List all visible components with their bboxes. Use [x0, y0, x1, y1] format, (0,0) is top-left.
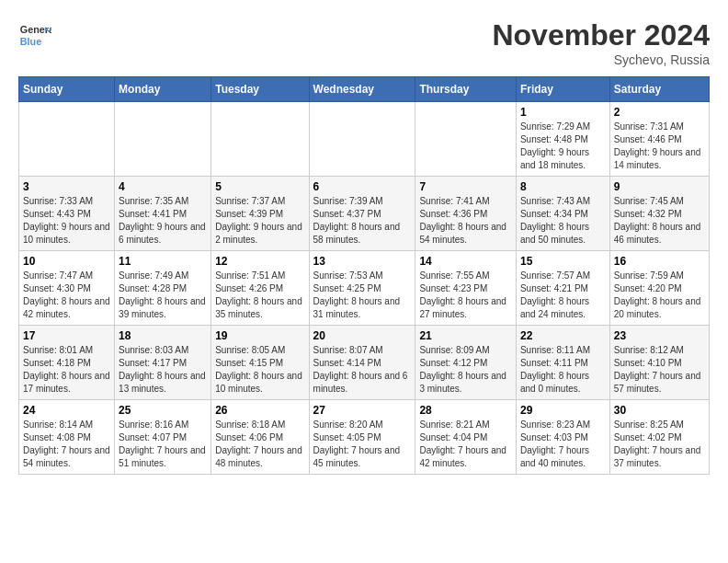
day-info: Sunrise: 7:41 AM Sunset: 4:36 PM Dayligh… [419, 195, 512, 247]
weekday-header-tuesday: Tuesday [211, 77, 309, 102]
day-number: 6 [313, 180, 412, 193]
day-info: Sunrise: 8:23 AM Sunset: 4:03 PM Dayligh… [520, 419, 606, 470]
calendar-cell: 1Sunrise: 7:29 AM Sunset: 4:48 PM Daylig… [516, 102, 609, 177]
logo: General Blue [18, 18, 51, 52]
day-info: Sunrise: 7:33 AM Sunset: 4:43 PM Dayligh… [23, 195, 110, 247]
day-info: Sunrise: 8:07 AM Sunset: 4:14 PM Dayligh… [313, 344, 412, 396]
day-number: 4 [119, 180, 207, 193]
day-number: 15 [520, 255, 606, 268]
day-number: 26 [215, 404, 304, 417]
calendar-cell: 13Sunrise: 7:53 AM Sunset: 4:25 PM Dayli… [309, 251, 415, 326]
week-row-2: 3Sunrise: 7:33 AM Sunset: 4:43 PM Daylig… [19, 177, 710, 251]
day-number: 5 [215, 180, 304, 193]
week-row-3: 10Sunrise: 7:47 AM Sunset: 4:30 PM Dayli… [19, 251, 710, 326]
calendar-body: 1Sunrise: 7:29 AM Sunset: 4:48 PM Daylig… [19, 102, 710, 475]
day-number: 9 [614, 180, 705, 193]
calendar-cell: 5Sunrise: 7:37 AM Sunset: 4:39 PM Daylig… [211, 177, 309, 251]
calendar-cell: 23Sunrise: 8:12 AM Sunset: 4:10 PM Dayli… [609, 326, 709, 400]
day-info: Sunrise: 8:09 AM Sunset: 4:12 PM Dayligh… [419, 344, 512, 396]
day-number: 30 [614, 404, 705, 417]
day-number: 23 [614, 329, 705, 342]
page-header: General Blue November 2024 Sychevo, Russ… [18, 18, 710, 67]
day-info: Sunrise: 8:18 AM Sunset: 4:06 PM Dayligh… [215, 419, 304, 470]
calendar-cell: 16Sunrise: 7:59 AM Sunset: 4:20 PM Dayli… [609, 251, 709, 326]
calendar-cell: 19Sunrise: 8:05 AM Sunset: 4:15 PM Dayli… [211, 326, 309, 400]
week-row-4: 17Sunrise: 8:01 AM Sunset: 4:18 PM Dayli… [19, 326, 710, 400]
day-info: Sunrise: 7:39 AM Sunset: 4:37 PM Dayligh… [313, 195, 412, 247]
day-info: Sunrise: 8:11 AM Sunset: 4:11 PM Dayligh… [520, 344, 606, 396]
calendar-cell: 2Sunrise: 7:31 AM Sunset: 4:46 PM Daylig… [609, 102, 709, 177]
calendar-cell: 8Sunrise: 7:43 AM Sunset: 4:34 PM Daylig… [516, 177, 609, 251]
calendar-cell: 17Sunrise: 8:01 AM Sunset: 4:18 PM Dayli… [19, 326, 115, 400]
weekday-header-saturday: Saturday [609, 77, 709, 102]
day-number: 28 [419, 404, 512, 417]
calendar-cell: 30Sunrise: 8:25 AM Sunset: 4:02 PM Dayli… [609, 400, 709, 475]
calendar-cell [115, 102, 211, 177]
day-number: 21 [419, 329, 512, 342]
day-info: Sunrise: 8:03 AM Sunset: 4:17 PM Dayligh… [119, 344, 207, 396]
day-number: 25 [119, 404, 207, 417]
day-info: Sunrise: 7:47 AM Sunset: 4:30 PM Dayligh… [23, 270, 110, 321]
calendar-cell: 6Sunrise: 7:39 AM Sunset: 4:37 PM Daylig… [309, 177, 415, 251]
weekday-header-thursday: Thursday [415, 77, 517, 102]
calendar-cell: 11Sunrise: 7:49 AM Sunset: 4:28 PM Dayli… [115, 251, 211, 326]
title-area: November 2024 Sychevo, Russia [492, 18, 710, 67]
day-number: 24 [23, 404, 110, 417]
weekday-header-row: SundayMondayTuesdayWednesdayThursdayFrid… [19, 77, 710, 102]
day-info: Sunrise: 8:16 AM Sunset: 4:07 PM Dayligh… [119, 419, 207, 470]
day-number: 17 [23, 329, 110, 342]
day-number: 12 [215, 255, 304, 268]
day-info: Sunrise: 8:05 AM Sunset: 4:15 PM Dayligh… [215, 344, 304, 396]
day-number: 14 [419, 255, 512, 268]
calendar-cell: 29Sunrise: 8:23 AM Sunset: 4:03 PM Dayli… [516, 400, 609, 475]
day-number: 8 [520, 180, 606, 193]
svg-text:Blue: Blue [20, 36, 41, 47]
calendar-cell: 14Sunrise: 7:55 AM Sunset: 4:23 PM Dayli… [415, 251, 517, 326]
day-info: Sunrise: 7:31 AM Sunset: 4:46 PM Dayligh… [614, 121, 705, 172]
calendar-cell: 3Sunrise: 7:33 AM Sunset: 4:43 PM Daylig… [19, 177, 115, 251]
calendar-cell: 26Sunrise: 8:18 AM Sunset: 4:06 PM Dayli… [211, 400, 309, 475]
weekday-header-wednesday: Wednesday [309, 77, 415, 102]
day-number: 22 [520, 329, 606, 342]
calendar-cell: 12Sunrise: 7:51 AM Sunset: 4:26 PM Dayli… [211, 251, 309, 326]
day-info: Sunrise: 7:37 AM Sunset: 4:39 PM Dayligh… [215, 195, 304, 247]
day-info: Sunrise: 7:29 AM Sunset: 4:48 PM Dayligh… [520, 121, 606, 172]
calendar-cell: 7Sunrise: 7:41 AM Sunset: 4:36 PM Daylig… [415, 177, 517, 251]
calendar-cell [19, 102, 115, 177]
day-number: 7 [419, 180, 512, 193]
week-row-1: 1Sunrise: 7:29 AM Sunset: 4:48 PM Daylig… [19, 102, 710, 177]
calendar-cell: 25Sunrise: 8:16 AM Sunset: 4:07 PM Dayli… [115, 400, 211, 475]
day-number: 1 [520, 106, 606, 119]
day-info: Sunrise: 7:53 AM Sunset: 4:25 PM Dayligh… [313, 270, 412, 321]
day-number: 18 [119, 329, 207, 342]
location: Sychevo, Russia [492, 52, 710, 67]
calendar-cell: 24Sunrise: 8:14 AM Sunset: 4:08 PM Dayli… [19, 400, 115, 475]
calendar-cell: 10Sunrise: 7:47 AM Sunset: 4:30 PM Dayli… [19, 251, 115, 326]
day-info: Sunrise: 8:25 AM Sunset: 4:02 PM Dayligh… [614, 419, 705, 470]
calendar-cell: 15Sunrise: 7:57 AM Sunset: 4:21 PM Dayli… [516, 251, 609, 326]
day-info: Sunrise: 7:43 AM Sunset: 4:34 PM Dayligh… [520, 195, 606, 247]
weekday-header-monday: Monday [115, 77, 211, 102]
calendar-cell: 20Sunrise: 8:07 AM Sunset: 4:14 PM Dayli… [309, 326, 415, 400]
day-info: Sunrise: 8:14 AM Sunset: 4:08 PM Dayligh… [23, 419, 110, 470]
day-info: Sunrise: 7:49 AM Sunset: 4:28 PM Dayligh… [119, 270, 207, 321]
weekday-header-sunday: Sunday [19, 77, 115, 102]
calendar-cell: 9Sunrise: 7:45 AM Sunset: 4:32 PM Daylig… [609, 177, 709, 251]
day-number: 13 [313, 255, 412, 268]
day-info: Sunrise: 8:21 AM Sunset: 4:04 PM Dayligh… [419, 419, 512, 470]
day-number: 19 [215, 329, 304, 342]
calendar-table: SundayMondayTuesdayWednesdayThursdayFrid… [18, 76, 710, 475]
day-info: Sunrise: 8:12 AM Sunset: 4:10 PM Dayligh… [614, 344, 705, 396]
day-info: Sunrise: 7:35 AM Sunset: 4:41 PM Dayligh… [119, 195, 207, 247]
calendar-cell: 22Sunrise: 8:11 AM Sunset: 4:11 PM Dayli… [516, 326, 609, 400]
day-number: 3 [23, 180, 110, 193]
day-number: 20 [313, 329, 412, 342]
logo-icon: General Blue [18, 18, 51, 52]
day-info: Sunrise: 7:55 AM Sunset: 4:23 PM Dayligh… [419, 270, 512, 321]
calendar-cell: 27Sunrise: 8:20 AM Sunset: 4:05 PM Dayli… [309, 400, 415, 475]
day-info: Sunrise: 7:57 AM Sunset: 4:21 PM Dayligh… [520, 270, 606, 321]
day-number: 10 [23, 255, 110, 268]
day-number: 29 [520, 404, 606, 417]
calendar-cell [211, 102, 309, 177]
day-number: 27 [313, 404, 412, 417]
